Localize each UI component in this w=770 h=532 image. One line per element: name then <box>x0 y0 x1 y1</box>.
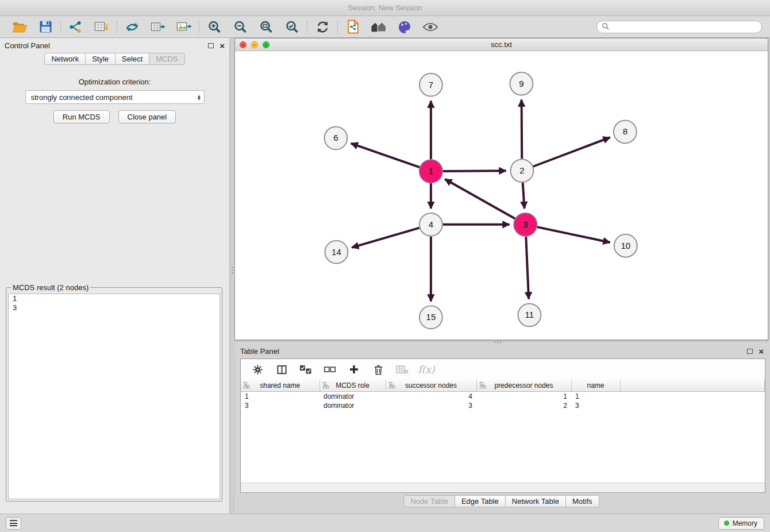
deselect-all-icon[interactable] <box>323 363 337 376</box>
memory-status-icon <box>724 521 729 526</box>
tab-node-table[interactable]: Node Table <box>403 495 455 507</box>
window-zoom-icon[interactable]: + <box>263 41 270 48</box>
table-panel: Table Panel × f(x) <box>234 344 768 509</box>
table-panel-title: Table Panel <box>240 347 279 356</box>
table-row[interactable]: 1dominator411 <box>241 391 765 401</box>
graph-node-2[interactable]: 2 <box>510 159 533 182</box>
refresh-icon[interactable] <box>314 19 330 35</box>
table-export-icon[interactable] <box>150 19 166 35</box>
network-canvas[interactable]: 7968124314101511 <box>235 51 768 340</box>
zoom-in-icon[interactable] <box>206 19 222 35</box>
zoom-selected-icon[interactable] <box>284 19 300 35</box>
graph-node-1[interactable]: 1 <box>419 160 442 183</box>
tab-edge-table[interactable]: Edge Table <box>455 495 506 507</box>
table-cell[interactable]: 4 <box>386 391 476 401</box>
graph-edge-3-1[interactable] <box>445 179 515 219</box>
columns-icon[interactable] <box>275 363 288 376</box>
graph-node-11[interactable]: 11 <box>518 303 541 326</box>
close-panel-button[interactable]: Close panel <box>118 110 176 124</box>
search-field[interactable] <box>596 21 762 33</box>
graph-edge-3-11[interactable] <box>526 237 529 299</box>
tab-style[interactable]: Style <box>85 53 116 65</box>
search-input[interactable] <box>612 23 757 31</box>
network-export-icon[interactable] <box>124 19 140 35</box>
import-table-icon[interactable] <box>94 19 110 35</box>
palette-icon[interactable] <box>396 19 413 35</box>
table-cell[interactable]: dominator <box>319 401 386 410</box>
save-icon[interactable] <box>37 19 53 35</box>
table-cell[interactable]: 3 <box>386 401 476 410</box>
result-line: 3 <box>9 303 220 313</box>
trash-icon[interactable] <box>371 363 385 376</box>
tab-select[interactable]: Select <box>115 53 149 65</box>
tab-mcds[interactable]: MCDS <box>149 53 184 65</box>
table-horizontal-scrollbar[interactable] <box>241 483 765 492</box>
zoom-fit-icon[interactable] <box>258 19 274 35</box>
panel-splitter-horizontal[interactable] <box>234 340 768 344</box>
table-cell[interactable]: 1 <box>476 391 571 401</box>
close-table-panel-icon[interactable]: × <box>759 347 764 356</box>
window-close-icon[interactable]: × <box>240 41 247 48</box>
table-cell[interactable]: 1 <box>241 391 319 401</box>
graph-edge-1-2[interactable] <box>443 171 506 171</box>
svg-text:6: 6 <box>333 133 338 142</box>
mcds-result-group: MCDS result (2 nodes) 1 3 <box>6 283 222 502</box>
close-panel-icon[interactable]: × <box>220 41 225 50</box>
graph-edge-4-14[interactable] <box>352 228 419 248</box>
image-export-icon[interactable] <box>176 19 192 35</box>
open-folder-icon[interactable] <box>11 19 28 35</box>
graph-node-10[interactable]: 10 <box>614 234 637 257</box>
graph-node-7[interactable]: 7 <box>419 74 442 97</box>
float-table-panel-icon[interactable] <box>747 349 753 354</box>
graph-edge-3-10[interactable] <box>537 227 610 242</box>
graph-node-14[interactable]: 14 <box>325 241 348 264</box>
memory-button[interactable]: Memory <box>718 517 764 530</box>
gear-icon[interactable] <box>251 363 264 376</box>
graph-edge-1-6[interactable] <box>351 144 419 168</box>
graph-edge-2-8[interactable] <box>533 137 610 167</box>
task-history-button[interactable] <box>6 517 21 530</box>
table-toolbar: f(x) <box>241 359 765 380</box>
style-document-icon[interactable] <box>345 19 361 35</box>
svg-text:9: 9 <box>519 79 523 88</box>
column-header-shared-name[interactable]: shared name <box>241 380 319 391</box>
table-cell[interactable]: 2 <box>476 401 571 410</box>
criterion-dropdown[interactable]: strongly connected component ▲▼ <box>25 90 205 104</box>
graph-edge-2-9[interactable] <box>522 100 522 159</box>
graph-node-3[interactable]: 3 <box>514 213 537 236</box>
zoom-out-icon[interactable] <box>232 19 248 35</box>
table-row[interactable]: 3dominator323 <box>241 401 765 410</box>
home-network-icon[interactable] <box>371 19 387 35</box>
float-panel-icon[interactable] <box>208 43 214 48</box>
graph-node-15[interactable]: 15 <box>419 306 442 329</box>
graph-node-9[interactable]: 9 <box>510 72 533 95</box>
tab-network[interactable]: Network <box>44 53 86 65</box>
window-minimize-icon[interactable]: − <box>251 41 258 48</box>
column-header-mcds-role[interactable]: MCDS role <box>319 380 386 391</box>
column-header-name[interactable]: name <box>571 380 620 391</box>
table-cell[interactable]: 3 <box>241 401 319 410</box>
criterion-dropdown-value: strongly connected component <box>31 93 198 102</box>
result-line: 1 <box>9 294 220 303</box>
table-cell[interactable]: dominator <box>319 391 386 401</box>
table-cell[interactable]: 1 <box>571 391 620 401</box>
tab-motifs[interactable]: Motifs <box>565 495 599 507</box>
tab-network-table[interactable]: Network Table <box>505 495 566 507</box>
graph-node-8[interactable]: 8 <box>614 120 637 143</box>
add-column-icon[interactable] <box>347 363 361 376</box>
run-mcds-button[interactable]: Run MCDS <box>53 110 110 124</box>
svg-text:7: 7 <box>429 80 433 90</box>
graph-node-4[interactable]: 4 <box>419 213 442 236</box>
select-all-icon[interactable] <box>299 363 313 376</box>
window-titlebar: Session: New Session <box>0 0 770 16</box>
eye-icon[interactable] <box>422 19 438 35</box>
panel-splitter-vertical[interactable] <box>230 38 234 514</box>
column-header-successor-nodes[interactable]: successor nodes <box>386 380 476 391</box>
mcds-result-text[interactable]: 1 3 <box>8 294 220 499</box>
table-cell[interactable]: 3 <box>571 401 620 410</box>
delete-table-icon <box>395 363 409 376</box>
graph-node-6[interactable]: 6 <box>324 126 347 149</box>
import-network-icon[interactable] <box>68 19 84 35</box>
column-header-predecessor-nodes[interactable]: predecessor nodes <box>476 380 571 391</box>
graph-edge-2-3[interactable] <box>523 183 525 209</box>
